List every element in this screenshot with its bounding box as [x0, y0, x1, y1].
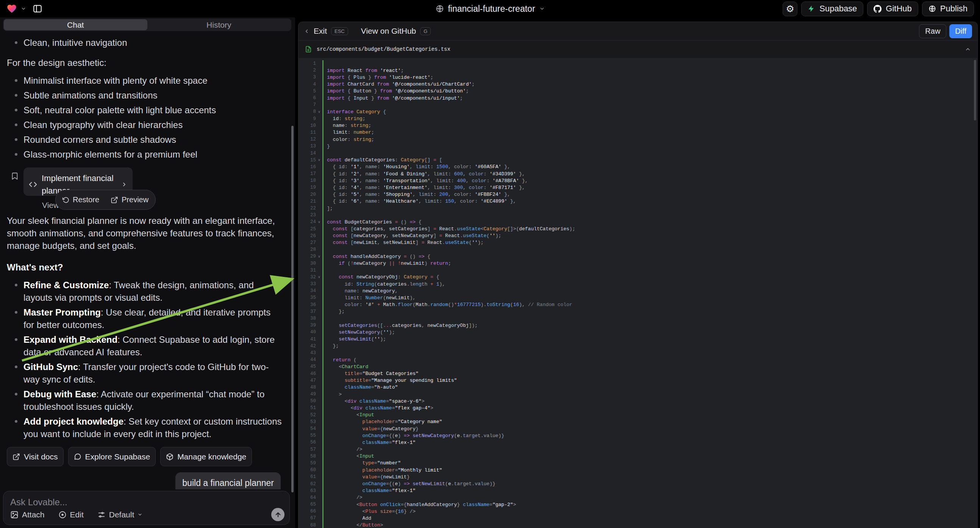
github-icon [873, 5, 881, 13]
chevron-up-icon[interactable] [965, 46, 971, 52]
line-number: 24 [303, 219, 316, 224]
fold-toggle-icon[interactable]: ∨ [316, 158, 322, 162]
code-line-13: 13} [303, 143, 977, 149]
sidebar-toggle-icon[interactable] [33, 4, 43, 14]
line-number: 13 [303, 143, 316, 149]
chevron-down-icon[interactable] [539, 6, 545, 11]
line-number: 53 [303, 419, 316, 425]
project-name[interactable]: financial-future-creator [448, 4, 535, 14]
fold-toggle-icon[interactable]: ∨ [316, 275, 322, 279]
code-scrollbar[interactable] [974, 60, 976, 121]
send-button[interactable] [271, 508, 285, 521]
code-line-30: 30 if (!newCategory || !newLimit) return… [303, 260, 977, 267]
manage-knowledge-button[interactable]: Manage knowledge [160, 447, 252, 466]
code-line-14: 14 [303, 149, 977, 156]
line-number: 22 [303, 206, 316, 211]
code-line-15: 15∨const defaultCategories: Category[] =… [303, 157, 977, 164]
tab-chat[interactable]: Chat [4, 19, 147, 30]
bullet-list: Clean, intuitive navigation [7, 37, 282, 49]
supabase-button[interactable]: Supabase [801, 2, 863, 16]
list-item: Clean, intuitive navigation [12, 37, 282, 49]
list-item: Refine & Customize: Tweak the design, an… [12, 279, 282, 304]
restore-button[interactable]: Restore [62, 194, 99, 206]
fold-toggle-icon[interactable]: ∨ [316, 254, 322, 259]
settings-button[interactable]: ⚙ [783, 2, 797, 16]
tab-history[interactable]: History [147, 19, 291, 30]
line-number: 51 [303, 405, 316, 410]
file-path-bar[interactable]: src/components/budget/BudgetCategories.t… [299, 41, 977, 58]
line-number: 48 [303, 385, 316, 390]
explore-supabase-button[interactable]: Explore Supabase [68, 447, 156, 466]
user-message-bubble: build a financial planner [175, 472, 281, 489]
line-number: 62 [303, 482, 316, 487]
code-line-17: 17 { id: '2', name: 'Food & Dining', lim… [303, 170, 977, 177]
line-number: 67 [303, 515, 316, 521]
visit-docs-button[interactable]: Visit docs [7, 447, 64, 466]
raw-toggle-button[interactable]: Raw [919, 24, 946, 38]
sliders-icon [97, 511, 106, 519]
code-line-32: 32∨ const newCategoryObj: Category = { [303, 274, 977, 281]
message-circle-icon [74, 453, 81, 461]
view-on-github-button[interactable]: View on GitHub G [361, 27, 431, 36]
fold-toggle-icon[interactable]: ∨ [316, 110, 322, 114]
line-number: 46 [303, 371, 316, 377]
composer-input[interactable]: Ask Lovable... [10, 497, 283, 507]
chevron-right-icon [121, 181, 127, 188]
line-number: 4 [303, 82, 316, 87]
code-line-31: 31 [303, 267, 977, 274]
fold-toggle-icon[interactable]: ∨ [316, 220, 322, 224]
edit-button[interactable]: Edit [58, 510, 84, 519]
code-editor[interactable]: 12import React from 'react';3import { Pl… [299, 58, 977, 528]
line-number: 44 [303, 357, 316, 363]
list-item: Clean typography with clear hierarchies [12, 119, 282, 131]
code-line-4: 4import ChartCard from '@/components/ui/… [303, 81, 977, 88]
supabase-bolt-icon [808, 5, 815, 13]
line-number: 8 [303, 109, 316, 115]
line-number: 52 [303, 412, 316, 418]
code-line-7: 7 [303, 102, 977, 108]
code-line-29: 29∨ const handleAddCategory = () => { [303, 253, 977, 260]
list-item: Minimalist interface with plenty of whit… [12, 74, 282, 87]
line-number: 12 [303, 137, 316, 142]
github-button[interactable]: GitHub [867, 2, 918, 16]
chat-composer[interactable]: Ask Lovable... Attach Edit Default [3, 491, 290, 525]
model-selector[interactable]: Default [97, 510, 143, 519]
image-icon [10, 511, 19, 519]
preview-button[interactable]: Preview [111, 194, 148, 206]
exit-button[interactable]: Exit ESC [304, 27, 348, 36]
g-key-badge: G [420, 27, 431, 35]
code-line-21: 21 { id: '6', name: 'Healthcare', limit:… [303, 198, 977, 205]
code-line-45: 45 <ChartCard [303, 363, 977, 370]
code-viewer-panel: Exit ESC View on GitHub G Raw Diff src/c… [298, 22, 978, 528]
line-number: 5 [303, 89, 316, 94]
code-line-51: 51 <div className="flex gap-4"> [303, 404, 977, 411]
code-line-11: 11 limit: number; [303, 129, 977, 136]
code-line-18: 18 { id: '3', name: 'Transportation', li… [303, 177, 977, 184]
attach-button[interactable]: Attach [10, 510, 45, 519]
line-number: 20 [303, 192, 316, 197]
version-card-row: Implement financial plannerView codeRest… [7, 167, 282, 207]
code-line-58: 58 <Input [303, 453, 977, 460]
line-number: 33 [303, 281, 316, 287]
bookmark-icon[interactable] [11, 172, 19, 180]
code-line-35: 35 limit: Number(newLimit), [303, 294, 977, 301]
chat-scrollbar[interactable] [291, 126, 294, 492]
line-number: 59 [303, 461, 316, 466]
code-line-27: 27 const [newLimit, setNewLimit] = React… [303, 239, 977, 246]
line-number: 58 [303, 454, 316, 459]
file-icon [305, 46, 312, 52]
code-line-8: 8∨interface Category { [303, 108, 977, 115]
publish-button[interactable]: Publish [922, 2, 974, 16]
target-icon [58, 511, 67, 519]
chevron-down-icon[interactable] [21, 6, 26, 11]
code-line-19: 19 { id: '4', name: 'Entertainment', lim… [303, 184, 977, 191]
diff-toggle-button[interactable]: Diff [949, 24, 972, 38]
lovable-heart-logo[interactable] [6, 3, 18, 14]
code-line-59: 59 type="number" [303, 460, 977, 467]
line-number: 27 [303, 240, 316, 245]
arrow-up-icon [275, 511, 282, 518]
line-number: 61 [303, 474, 316, 480]
code-line-1: 1 [303, 60, 977, 67]
code-line-60: 60 placeholder="Monthly limit" [303, 467, 977, 474]
code-line-34: 34 name: newCategory, [303, 288, 977, 294]
